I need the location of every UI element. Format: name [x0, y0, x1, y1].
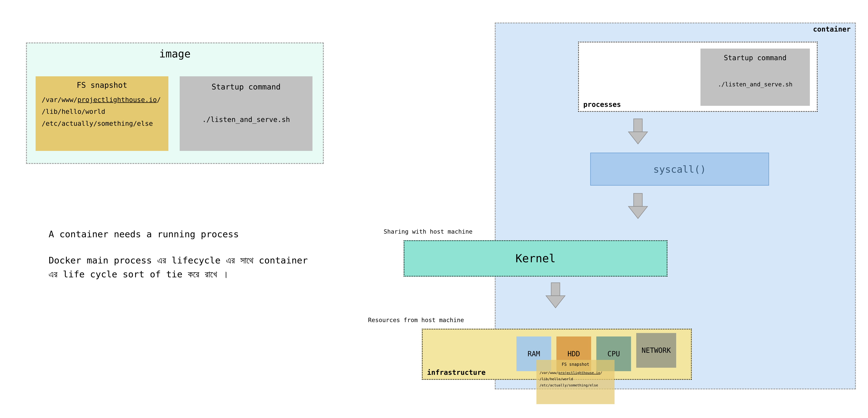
fs-overlay-seg: /	[600, 371, 602, 375]
processes-label: processes	[583, 100, 621, 108]
fs-path-line: /etc/actually/something/else	[42, 117, 162, 129]
svg-rect-2	[633, 194, 642, 206]
fs-overlay-seg-link: projectlighthouse.io	[558, 371, 600, 375]
resource-network: NETWORK	[636, 333, 676, 368]
resource-label: RAM	[528, 350, 540, 358]
fs-path-seg: /	[157, 96, 161, 104]
startup-title-small: Startup command	[701, 54, 810, 62]
fs-overlay-line: /etc/actually/something/else	[539, 382, 612, 388]
svg-marker-5	[546, 296, 565, 308]
startup-title: Startup command	[180, 82, 312, 91]
fs-path-seg-link: projectlighthouse.io	[78, 96, 157, 104]
infrastructure-label: infrastructure	[427, 369, 486, 376]
fs-overlay-title: FS snapshot	[536, 362, 615, 367]
startup-cmd: ./listen_and_serve.sh	[180, 115, 312, 124]
explanation-text: A container needs a running process Dock…	[49, 227, 309, 281]
svg-marker-1	[628, 132, 648, 144]
image-title: image	[27, 48, 323, 60]
resource-label: CPU	[608, 350, 620, 358]
svg-rect-4	[551, 283, 560, 296]
fs-snapshot-box: FS snapshot /var/www/projectlighthouse.i…	[36, 76, 168, 151]
fs-path-line: /lib/hello/world	[42, 106, 162, 117]
syscall-box: syscall()	[590, 153, 769, 185]
arrow-down-icon	[626, 193, 650, 220]
kernel-caption: Sharing with host machine	[384, 228, 472, 235]
infra-caption: Resources from host machine	[368, 317, 464, 323]
explanation-para: Docker main process এর lifecycle এর সাথে…	[49, 253, 309, 281]
startup-command-box: Startup command ./listen_and_serve.sh	[180, 76, 312, 151]
svg-marker-3	[628, 206, 648, 218]
processes-box: processes Startup command ./listen_and_s…	[578, 42, 818, 112]
kernel-box: Kernel	[404, 240, 668, 277]
resource-label: HDD	[567, 350, 580, 358]
fs-path-seg: /var/www/	[42, 96, 78, 104]
resource-label: NETWORK	[638, 346, 675, 354]
diagram-canvas: image FS snapshot /var/www/projectlighth…	[0, 0, 868, 418]
arrow-down-icon	[626, 118, 650, 146]
fs-overlay-line: /lib/hello/world	[539, 376, 612, 382]
syscall-label: syscall()	[653, 164, 706, 175]
fs-snapshot-overlay: FS snapshot /var/www/projectlighthouse.i…	[536, 360, 615, 404]
arrow-down-icon	[544, 282, 568, 310]
startup-command-box-small: Startup command ./listen_and_serve.sh	[701, 48, 810, 106]
fs-path-line: /var/www/projectlighthouse.io/	[42, 94, 162, 106]
startup-cmd-small: ./listen_and_serve.sh	[701, 81, 810, 88]
fs-snapshot-title: FS snapshot	[36, 81, 168, 90]
fs-overlay-line: /var/www/projectlighthouse.io/	[539, 370, 612, 376]
image-box: image FS snapshot /var/www/projectlighth…	[26, 42, 324, 164]
kernel-label: Kernel	[516, 252, 556, 265]
explanation-line1: A container needs a running process	[49, 227, 309, 241]
fs-overlay-seg: /var/www/	[539, 371, 558, 375]
svg-rect-0	[633, 119, 642, 132]
container-label: container	[813, 25, 850, 33]
